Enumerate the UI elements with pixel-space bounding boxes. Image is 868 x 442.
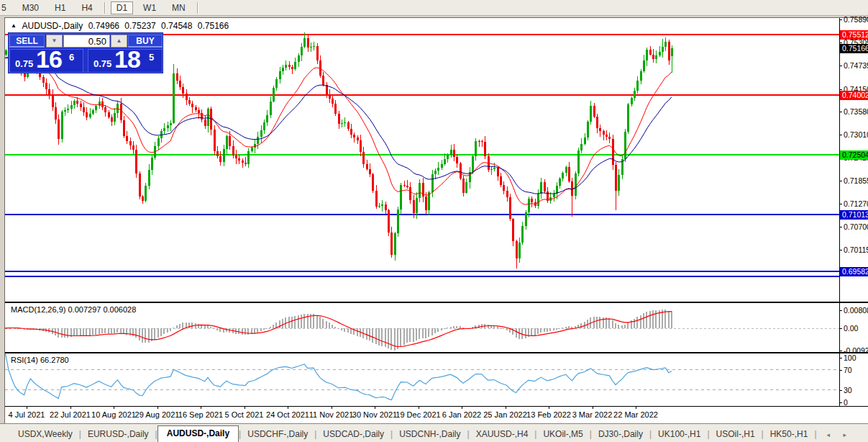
moving-average-line [5, 58, 672, 194]
sell-price-box[interactable]: 0.75 16 6 [9, 49, 83, 73]
buy-price-point: 5 [149, 52, 154, 63]
date-label: 19 Dec 2021 [396, 410, 440, 419]
buy-price-pips: 18 [114, 45, 140, 73]
date-label: 22 Mar 2022 [613, 410, 658, 419]
price-tick-label: 0.74735 [844, 61, 868, 70]
tab-scroll-arrows[interactable]: ◂ ▸ [827, 431, 853, 442]
ohlc-close: 0.75166 [198, 21, 229, 31]
chart-tab-bar: USDX,Weekly|EURUSD-,Daily|AUDUSD-,Daily|… [0, 423, 868, 442]
rsi-label: RSI(14) 66.2780 [11, 356, 69, 364]
tab-hk50-h1[interactable]: HK50-,H1 [764, 427, 815, 442]
date-label: 22 Jul 2021 [50, 410, 91, 419]
price-tick-label: 0.71270 [844, 199, 868, 208]
tab-usdcnh-daily[interactable]: USDCNH-,Daily [393, 427, 467, 442]
price-tick-label: 0.75890 [844, 15, 868, 24]
date-tick [332, 407, 332, 409]
ohlc-high: 0.75237 [124, 21, 155, 31]
tab-separator: | [814, 429, 816, 442]
date-label: 24 Oct 2021 [266, 410, 309, 419]
date-label: 11 Nov 2021 [309, 410, 354, 419]
date-label: 3 Mar 2022 [572, 410, 613, 419]
timeframe-button-h1[interactable]: H1 [49, 1, 71, 14]
price-level-label: 0.69582 [840, 267, 868, 276]
timeframe-button-m30[interactable]: M30 [17, 1, 45, 14]
price-tick-label: 0.73010 [844, 130, 868, 139]
price-level-label: 0.75512 [840, 30, 868, 40]
date-axis[interactable]: 4 Jul 202122 Jul 202110 Aug 202129 Aug 2… [5, 407, 839, 423]
date-tick [245, 407, 245, 409]
date-tick [201, 407, 201, 409]
tab-usdchf-daily[interactable]: USDCHF-,Daily [241, 427, 314, 442]
date-tick [70, 407, 71, 409]
date-tick [636, 407, 636, 409]
support-resistance-line [5, 276, 839, 277]
toolbar-separator [104, 2, 105, 14]
support-resistance-line [5, 154, 839, 155]
chart-collapse-icon[interactable]: ▲ [11, 22, 17, 29]
price-tick-label: 0.70700 [844, 222, 868, 231]
date-label: 13 Feb 2022 [526, 410, 571, 419]
date-tick [27, 407, 27, 409]
sell-price-point: 6 [69, 52, 74, 63]
date-label: 30 Nov 2021 [352, 410, 397, 419]
support-resistance-line [5, 214, 839, 215]
price-level-label: 0.74002 [840, 91, 868, 100]
rsi-axis-label: 70 [844, 366, 852, 374]
chart-window[interactable]: ▲ AUDUSD-,Daily 0.74966 0.75237 0.74548 … [4, 17, 868, 423]
date-tick [549, 407, 549, 409]
tab-usdcad-daily[interactable]: USDCAD-,Daily [316, 427, 390, 442]
date-label: 25 Jan 2022 [483, 410, 527, 419]
tab-dj30-daily[interactable]: DJ30-,Daily [592, 427, 649, 442]
price-tick-label: 0.70115 [844, 245, 868, 254]
chevron-down-icon: ▼ [52, 37, 58, 44]
timeframe-button-mn[interactable]: MN [166, 1, 191, 14]
volume-input[interactable] [63, 35, 110, 48]
date-tick [462, 407, 462, 409]
support-resistance-line [5, 271, 839, 272]
timeframe-button-w1[interactable]: W1 [137, 1, 162, 14]
date-tick [157, 407, 158, 409]
tab-ukoil-m5[interactable]: UKOil-,M5 [536, 427, 589, 442]
buy-price-prefix: 0.75 [93, 58, 111, 69]
price-tick-label: 0.71855 [844, 176, 868, 185]
chevron-up-icon: ▲ [117, 37, 122, 44]
date-label: 6 Jan 2022 [442, 410, 481, 419]
chart-title: ▲ AUDUSD-,Daily 0.74966 0.75237 0.74548 … [11, 21, 232, 31]
timeframe-button-5[interactable]: 5 [0, 1, 12, 14]
tab-xauusd-h4[interactable]: XAUUSD-,H4 [470, 427, 535, 442]
tab-uk100-h1[interactable]: UK100-,H1 [652, 427, 707, 442]
rsi-axis-label: 0 [844, 398, 848, 407]
rsi-indicator-pane[interactable]: RSI(14) 66.2780 [5, 353, 839, 406]
price-level-label: 0.75166 [840, 44, 868, 53]
tab-usoil-h1[interactable]: USOil-,H1 [710, 427, 762, 442]
chart-symbol-label: AUDUSD-,Daily [22, 21, 83, 31]
buy-price-box[interactable]: 0.75 18 5 [88, 49, 163, 73]
date-label: 4 Jul 2021 [9, 410, 45, 419]
date-label: 5 Oct 2021 [225, 410, 264, 419]
tab-eurusd-daily[interactable]: EURUSD-,Daily [81, 427, 155, 442]
price-tick-label: 0.73580 [844, 107, 868, 116]
date-label: 10 Aug 2021 [91, 410, 136, 419]
date-label: 16 Sep 2021 [178, 410, 223, 419]
tab-audusd-daily[interactable]: AUDUSD-,Daily [157, 425, 239, 442]
ohlc-low: 0.74548 [161, 21, 192, 31]
rsi-axis-label: 100 [844, 353, 856, 362]
date-tick [419, 407, 419, 409]
price-level-label: 0.72504 [840, 150, 868, 160]
timeframe-toolbar: 5M30H1H4D1W1MN [0, 0, 868, 16]
date-tick [288, 407, 288, 409]
macd-axis-label: 0.00 [844, 324, 858, 333]
timeframe-button-h4[interactable]: H4 [76, 1, 98, 14]
date-tick [114, 407, 114, 409]
ohlc-open: 0.74966 [88, 21, 119, 31]
tab-usdx-weekly[interactable]: USDX,Weekly [12, 427, 79, 442]
support-resistance-line [5, 94, 839, 96]
timeframe-button-d1[interactable]: D1 [111, 1, 133, 14]
macd-label: MACD(12,26,9) 0.007297 0.006028 [11, 305, 136, 314]
date-tick [593, 407, 593, 409]
date-tick [506, 407, 506, 409]
date-tick [375, 407, 375, 409]
macd-indicator-pane[interactable]: MACD(12,26,9) 0.007297 0.006028 [5, 303, 839, 352]
sell-price-prefix: 0.75 [15, 58, 33, 69]
toolbar-separator [197, 2, 198, 14]
